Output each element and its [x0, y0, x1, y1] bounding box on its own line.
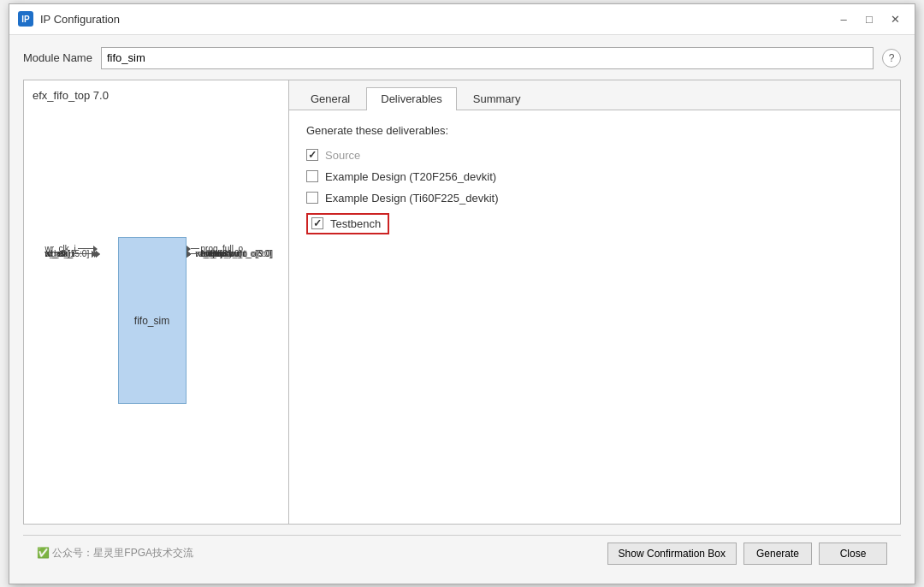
- component-title: efx_fifo_top 7.0: [33, 89, 280, 107]
- checkbox-testbench[interactable]: ✓: [311, 217, 323, 229]
- port-overflow: overflow_o: [187, 249, 242, 258]
- deliverable-source: ✓ Source: [306, 149, 883, 162]
- title-controls: – □ ✕: [832, 9, 906, 28]
- component-label: fifo_sim: [134, 315, 169, 327]
- window-title: IP Configuration: [40, 13, 120, 26]
- label-testbench: Testbench: [330, 217, 381, 230]
- tab-deliverables[interactable]: Deliverables: [366, 87, 457, 110]
- schematic-area: fifo_sim wr_clk_i rd_clk_i: [33, 114, 280, 515]
- schematic-diagram: fifo_sim wr_clk_i rd_clk_i: [45, 220, 268, 408]
- testbench-highlight-box: ✓ Testbench: [306, 213, 389, 234]
- deliverable-example1: Example Design (T20F256_devkit): [306, 170, 883, 183]
- main-content: efx_fifo_top 7.0 fifo_sim wr_clk_i: [23, 80, 901, 525]
- tab-general[interactable]: General: [296, 87, 364, 110]
- checkbox-source[interactable]: ✓: [306, 149, 318, 161]
- checkbox-example2[interactable]: [306, 192, 318, 204]
- component-box: fifo_sim: [118, 237, 187, 404]
- minimize-button[interactable]: –: [832, 9, 855, 28]
- show-confirmation-button[interactable]: Show Confirmation Box: [607, 543, 737, 565]
- main-window: IP IP Configuration – □ ✕ Module Name ? …: [9, 3, 915, 584]
- checkmark-source: ✓: [308, 149, 317, 161]
- app-icon: IP: [18, 11, 33, 27]
- right-panel: General Deliverables Summary Generate th…: [289, 80, 900, 524]
- module-name-label: Module Name: [23, 51, 92, 64]
- deliverable-testbench: ✓ Testbench: [306, 213, 883, 234]
- tabs-bar: General Deliverables Summary: [289, 80, 900, 110]
- label-source: Source: [325, 149, 360, 162]
- left-panel: efx_fifo_top 7.0 fifo_sim wr_clk_i: [24, 80, 289, 524]
- deliverables-title: Generate these deliverables:: [306, 124, 883, 137]
- maximize-button[interactable]: □: [858, 9, 880, 28]
- generate-button[interactable]: Generate: [743, 543, 812, 565]
- help-button[interactable]: ?: [882, 49, 901, 68]
- window-body: Module Name ? efx_fifo_top 7.0 fifo_sim: [9, 35, 915, 584]
- deliverable-example2: Example Design (Ti60F225_devkit): [306, 192, 883, 205]
- module-name-row: Module Name ?: [23, 47, 901, 69]
- checkbox-example1[interactable]: [306, 170, 318, 182]
- label-example2: Example Design (Ti60F225_devkit): [325, 192, 499, 205]
- close-window-button[interactable]: ✕: [884, 9, 906, 28]
- checkmark-testbench: ✓: [313, 217, 322, 229]
- watermark-text: ✅ 公众号：星灵里FPGA技术交流: [37, 546, 601, 560]
- module-name-input[interactable]: [101, 47, 874, 69]
- tab-summary[interactable]: Summary: [459, 87, 536, 110]
- bottom-bar: ✅ 公众号：星灵里FPGA技术交流 Show Confirmation Box …: [23, 535, 901, 572]
- title-bar-left: IP IP Configuration: [18, 11, 120, 27]
- label-example1: Example Design (T20F256_devkit): [325, 170, 496, 183]
- port-a-rst: a_rst_i: [45, 249, 96, 258]
- deliverables-content: Generate these deliverables: ✓ Source Ex…: [289, 110, 900, 524]
- title-bar: IP IP Configuration – □ ✕: [9, 4, 915, 35]
- close-button[interactable]: Close: [819, 543, 887, 565]
